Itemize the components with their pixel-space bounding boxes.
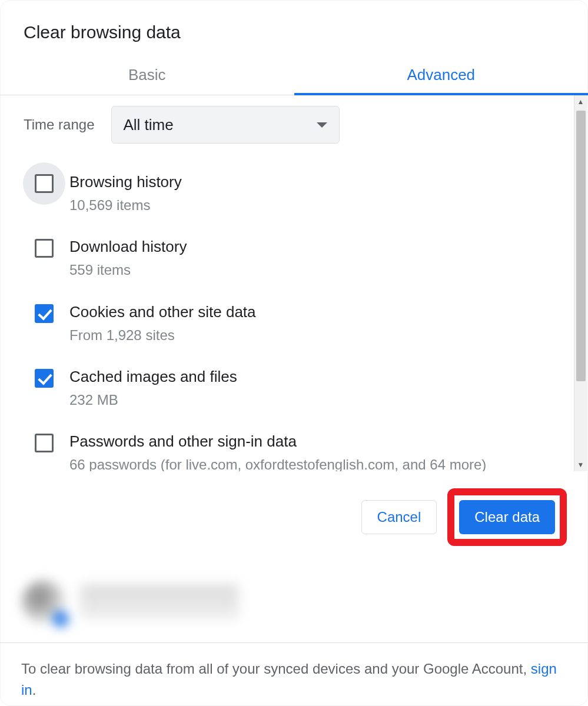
tab-basic-label: Basic — [128, 66, 166, 84]
time-range-value: All time — [124, 116, 174, 134]
item-sub: 10,569 items — [69, 196, 182, 214]
dialog-actions: Cancel Clear data — [0, 472, 588, 564]
tab-bar: Basic Advanced — [0, 54, 588, 95]
time-range-label: Time range — [24, 116, 95, 133]
list-item: Download history 559 items — [24, 231, 570, 295]
checkbox-download-history[interactable] — [35, 239, 54, 258]
checkbox-browsing-history[interactable] — [35, 174, 54, 193]
item-sub: 232 MB — [69, 391, 237, 409]
item-sub: 66 passwords (for live.com, oxfordtestof… — [69, 455, 486, 472]
scrollable-content: Time range All time Browsing history 10,… — [0, 95, 588, 472]
item-sub: 559 items — [69, 261, 187, 279]
scroll-down-icon[interactable]: ▼ — [574, 458, 587, 471]
list-item: Cached images and files 232 MB — [24, 361, 570, 425]
scroll-up-icon[interactable]: ▲ — [574, 95, 587, 108]
list-item: Passwords and other sign-in data 66 pass… — [24, 425, 570, 472]
checkbox-cookies[interactable] — [35, 304, 54, 323]
account-name-redacted — [80, 584, 239, 620]
account-row — [21, 570, 567, 634]
time-range-select[interactable]: All time — [111, 106, 340, 144]
footer-suffix: . — [32, 682, 36, 698]
tab-basic[interactable]: Basic — [0, 54, 294, 95]
cancel-label: Cancel — [377, 509, 421, 525]
highlight-annotation: Clear data — [447, 488, 567, 546]
item-title: Cached images and files — [69, 367, 237, 387]
list-item: Browsing history 10,569 items — [24, 166, 570, 231]
chevron-down-icon — [317, 122, 327, 128]
clear-data-label: Clear data — [474, 509, 540, 525]
tab-advanced-label: Advanced — [407, 66, 475, 84]
footer-message: To clear browsing data from all of your … — [21, 661, 531, 677]
dialog-title: Clear browsing data — [0, 0, 588, 48]
scroll-thumb[interactable] — [576, 111, 586, 381]
checkbox-cached-files[interactable] — [35, 369, 54, 388]
data-type-list: Browsing history 10,569 items Download h… — [24, 166, 570, 472]
clear-browsing-data-dialog: Clear browsing data Basic Advanced Time … — [0, 0, 588, 706]
clear-data-button[interactable]: Clear data — [459, 500, 555, 534]
footer-text: To clear browsing data from all of your … — [0, 642, 588, 701]
item-title: Cookies and other site data — [69, 302, 256, 322]
item-title: Browsing history — [69, 172, 182, 192]
list-item: Cookies and other site data From 1,928 s… — [24, 296, 570, 361]
item-title: Passwords and other sign-in data — [69, 431, 486, 452]
checkbox-passwords[interactable] — [35, 434, 54, 452]
cancel-button[interactable]: Cancel — [361, 500, 437, 534]
scrollbar[interactable]: ▲ ▼ — [574, 95, 587, 471]
item-sub: From 1,928 sites — [69, 326, 256, 344]
tab-advanced[interactable]: Advanced — [294, 54, 589, 95]
time-range-row: Time range All time — [24, 95, 570, 147]
avatar — [21, 580, 66, 624]
item-title: Download history — [69, 237, 187, 257]
